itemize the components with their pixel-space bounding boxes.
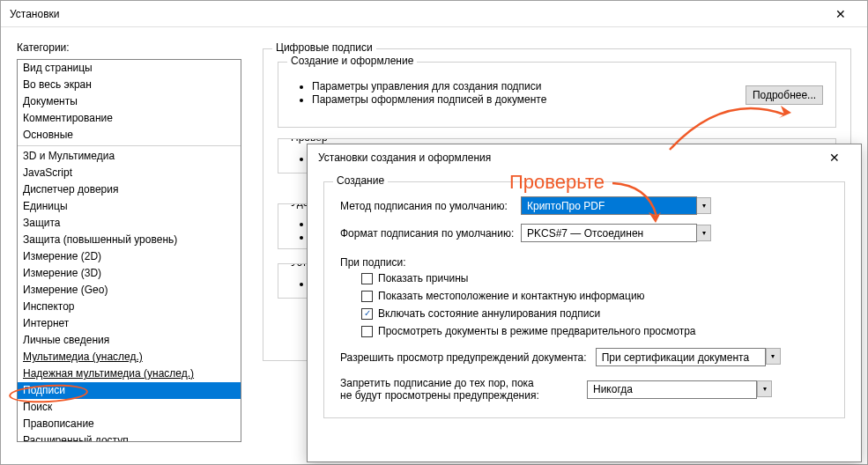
format-label: Формат подписания по умолчанию: [340,227,521,240]
category-item[interactable]: Единицы [18,198,241,215]
chevron-down-icon[interactable]: ▾ [696,225,711,241]
check-label: Показать причины [378,272,468,284]
category-item[interactable]: Основные [18,127,241,144]
category-item[interactable]: Надежная мультимедиа (унаслед.) [18,365,241,382]
chevron-down-icon[interactable]: ▾ [766,348,781,365]
popup-title: Установки создания и оформления [318,151,817,164]
prevent-signing-label: Запретить подписание до тех пор, пока не… [340,377,578,402]
category-item[interactable]: Поиск [18,399,241,416]
check-label: Показать местоположение и контактную инф… [378,290,645,302]
categories-list: Вид страницы Во весь экран Документы Ком… [17,59,241,442]
creation-settings-dialog: Установки создания и оформления ✕ Создан… [307,144,862,462]
window-title: Установки [10,8,823,20]
category-item[interactable]: 3D и Мультимедиа [18,148,241,165]
category-item[interactable]: Инспектор [18,299,241,315]
category-item[interactable]: Во весь экран [18,77,241,93]
category-item[interactable]: Мультимедиа (унаслед.) [18,349,241,365]
popup-creation-group: Создание Метод подписания по умолчанию: … [323,181,845,418]
separator [18,145,241,146]
more-button[interactable]: Подробнее... [746,85,823,105]
category-item[interactable]: Комментирование [18,110,241,127]
format-select[interactable]: PKCS#7 — Отсоединен [521,224,697,242]
category-item[interactable]: Вид страницы [18,60,241,77]
category-item[interactable]: JavaScript [18,165,241,181]
method-select[interactable]: КриптоПро PDF [521,196,697,215]
allow-warnings-label: Разрешить просмотр предупреждений докуме… [340,351,587,364]
category-item[interactable]: Измерение (3D) [18,265,241,282]
category-item[interactable]: Интернет [18,315,241,332]
method-label: Метод подписания по умолчанию: [340,200,521,212]
checkbox-location[interactable] [361,291,373,302]
close-icon[interactable]: ✕ [817,144,852,171]
category-item[interactable]: Измерение (Geo) [18,282,241,299]
prevent-signing-select[interactable]: Никогда [587,380,757,399]
category-item[interactable]: Защита [18,215,241,232]
group-label: Цифровые подписи [272,41,376,54]
chevron-down-icon[interactable]: ▾ [696,197,711,214]
when-signing-label: При подписи: [340,256,828,269]
chevron-down-icon[interactable]: ▾ [757,380,772,397]
close-icon[interactable]: ✕ [823,1,858,27]
category-item[interactable]: Измерение (2D) [18,248,241,265]
check-label: Включать состояние аннулирования подписи [378,307,600,320]
check-label: Просмотреть документы в режиме предварит… [378,325,696,337]
main-titlebar: Установки ✕ [1,1,867,27]
category-item[interactable]: Правописание [18,416,241,432]
category-item[interactable]: Расширенный доступ [18,432,241,442]
checkbox-revocation[interactable]: ✓ [361,308,373,320]
category-item[interactable]: Диспетчер доверия [18,181,241,198]
sub-label: Создание и оформление [287,55,417,67]
creation-group: Создание и оформление Параметры управлен… [278,62,836,128]
checkbox-preview[interactable] [361,326,373,337]
popup-group-label: Создание [333,174,388,187]
category-item[interactable]: Личные сведения [18,332,241,349]
category-item-signatures[interactable]: Подписи [18,382,241,399]
categories-label: Категории: [17,41,241,54]
allow-warnings-select[interactable]: При сертификации документа [596,348,766,366]
category-item[interactable]: Защита (повышенный уровень) [18,232,241,248]
category-item[interactable]: Документы [18,93,241,110]
checkbox-reasons[interactable] [361,273,373,284]
